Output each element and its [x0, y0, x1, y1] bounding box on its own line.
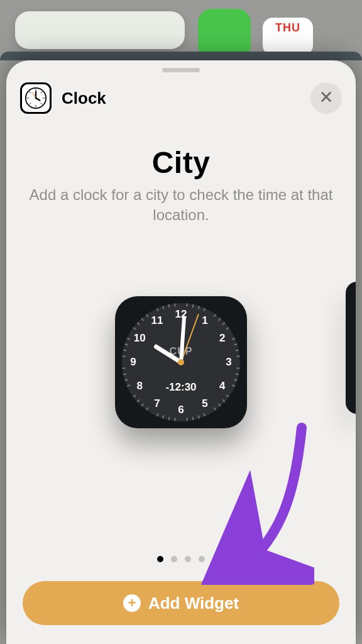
page-indicator[interactable] [6, 556, 356, 562]
minute-tick [234, 379, 237, 381]
minute-tick [222, 322, 225, 325]
svg-point-12 [35, 97, 37, 99]
minute-tick [124, 343, 128, 345]
widget-title: City [6, 145, 356, 180]
minute-tick [127, 338, 130, 340]
minute-tick [168, 304, 170, 308]
clock-tz-label: -12:30 [165, 381, 196, 394]
minute-tick [124, 379, 128, 381]
minute-tick [156, 413, 159, 416]
minute-tick [236, 355, 239, 357]
minute-tick [127, 384, 130, 387]
minute-tick [123, 374, 126, 375]
close-button[interactable] [310, 82, 342, 114]
clock-numeral: 1 [202, 314, 207, 327]
minute-tick [236, 367, 239, 369]
page-dot[interactable] [199, 556, 205, 562]
close-icon [319, 90, 333, 106]
minute-tick [218, 318, 221, 321]
clock-numeral: 9 [130, 356, 136, 369]
minute-tick [162, 415, 164, 418]
minute-tick [122, 355, 125, 357]
minute-tick [236, 374, 239, 375]
sheet-header: Clock [6, 78, 356, 118]
sheet-app-name: Clock [62, 89, 106, 108]
widget-preview-carousel[interactable]: CUP -12:30 121234567891011 [6, 268, 356, 457]
add-widget-label: Add Widget [148, 594, 239, 613]
minute-tick [226, 395, 229, 398]
minute-tick [198, 306, 200, 309]
minute-tick [141, 318, 144, 321]
clock-numeral: 10 [134, 332, 146, 345]
minute-tick [234, 343, 237, 345]
clock-numeral: 7 [154, 397, 160, 410]
minute-tick [236, 349, 239, 351]
clock-numeral: 8 [136, 380, 142, 392]
page-dot[interactable] [157, 556, 163, 562]
minute-tick [218, 403, 221, 406]
clock-app-icon [20, 82, 52, 114]
widget-picker-sheet: Clock City Add a clock for a city to che… [6, 60, 356, 644]
minute-tick [232, 338, 235, 340]
minute-tick [174, 303, 176, 306]
minute-tick [133, 327, 136, 330]
minute-tick [146, 407, 149, 410]
clock-numeral: 2 [219, 332, 225, 345]
clock-numeral: 3 [226, 356, 231, 369]
minute-tick [186, 303, 188, 306]
clock-face: CUP -12:30 121234567891011 [122, 303, 240, 421]
minute-tick [214, 314, 217, 317]
minute-tick [162, 306, 164, 309]
calendar-day-label: THU [275, 21, 300, 55]
minute-tick [203, 308, 206, 311]
clock-numeral: 4 [219, 380, 225, 392]
minute-tick [168, 417, 170, 420]
minute-tick [156, 308, 159, 311]
minute-tick [192, 417, 194, 420]
minute-tick [146, 314, 149, 317]
page-dot[interactable] [185, 556, 191, 562]
minute-tick [203, 413, 206, 416]
minute-tick [136, 399, 140, 402]
minute-tick [232, 384, 235, 387]
minute-tick [141, 403, 144, 406]
minute-tick [186, 418, 188, 421]
bg-calendar-icon: THU [263, 18, 313, 55]
clock-numeral: 5 [202, 397, 207, 410]
clock-numeral: 12 [175, 308, 187, 321]
minute-tick [222, 399, 225, 402]
hand-hub [178, 359, 184, 365]
clock-numeral: 6 [178, 404, 184, 416]
minute-tick [226, 327, 229, 330]
bg-widget-card [15, 11, 185, 49]
minute-tick [214, 407, 217, 410]
minute-tick [174, 418, 176, 421]
sheet-drag-handle[interactable] [162, 68, 200, 72]
page-dot[interactable] [171, 556, 177, 562]
minute-tick [136, 322, 140, 325]
bg-sheet-backdrop [0, 52, 362, 60]
minute-tick [192, 304, 194, 308]
clock-widget-preview: CUP -12:30 121234567891011 [115, 296, 247, 428]
plus-circle-icon: + [123, 594, 141, 612]
add-widget-button[interactable]: + Add Widget [23, 581, 339, 625]
next-widget-peek [346, 282, 356, 414]
clock-numeral: 11 [151, 314, 163, 327]
minute-tick [122, 367, 125, 369]
widget-subtitle: Add a clock for a city to check the time… [24, 185, 338, 226]
minute-tick [133, 395, 136, 398]
minute-tick [198, 415, 200, 418]
minute-tick [123, 349, 126, 351]
